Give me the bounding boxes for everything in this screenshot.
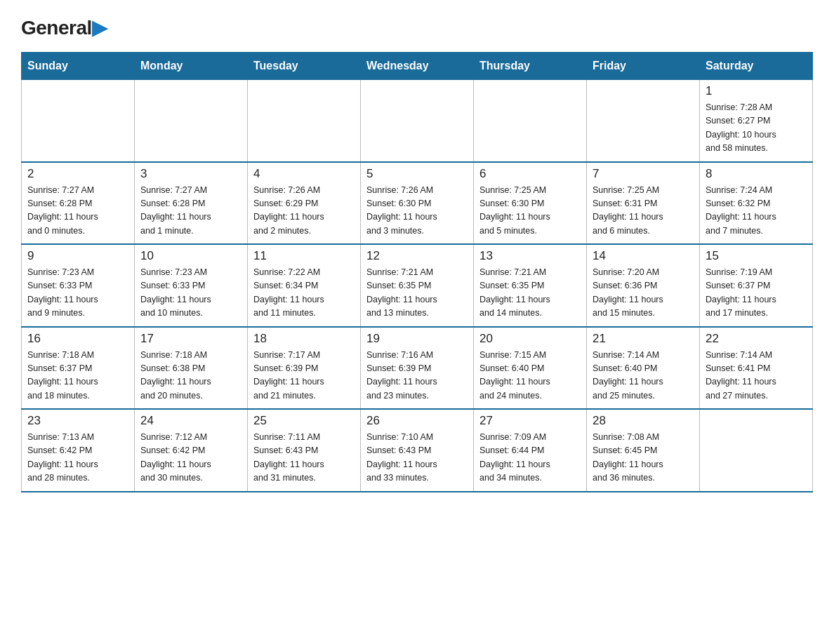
page-header: General▶ — [21, 14, 813, 39]
day-info: Sunrise: 7:28 AMSunset: 6:27 PMDaylight:… — [706, 101, 807, 156]
day-number: 27 — [479, 414, 581, 428]
day-info: Sunrise: 7:22 AMSunset: 6:34 PMDaylight:… — [253, 266, 355, 321]
calendar-cell: 7Sunrise: 7:25 AMSunset: 6:31 PMDaylight… — [587, 162, 700, 245]
day-number: 1 — [706, 84, 807, 98]
day-info: Sunrise: 7:13 AMSunset: 6:42 PMDaylight:… — [27, 431, 128, 485]
day-info: Sunrise: 7:16 AMSunset: 6:39 PMDaylight:… — [366, 349, 468, 403]
day-info: Sunrise: 7:25 AMSunset: 6:30 PMDaylight:… — [479, 184, 581, 239]
calendar-week-row: 23Sunrise: 7:13 AMSunset: 6:42 PMDayligh… — [22, 409, 813, 492]
day-number: 14 — [593, 249, 694, 263]
calendar-cell: 13Sunrise: 7:21 AMSunset: 6:35 PMDayligh… — [474, 244, 587, 327]
day-number: 13 — [479, 249, 581, 263]
day-number: 25 — [253, 414, 355, 428]
calendar-cell: 18Sunrise: 7:17 AMSunset: 6:39 PMDayligh… — [248, 327, 361, 410]
calendar-week-row: 9Sunrise: 7:23 AMSunset: 6:33 PMDaylight… — [22, 244, 813, 327]
day-info: Sunrise: 7:18 AMSunset: 6:37 PMDaylight:… — [27, 349, 128, 403]
calendar-cell: 2Sunrise: 7:27 AMSunset: 6:28 PMDaylight… — [22, 162, 135, 245]
calendar-cell: 21Sunrise: 7:14 AMSunset: 6:40 PMDayligh… — [587, 327, 700, 410]
day-info: Sunrise: 7:21 AMSunset: 6:35 PMDaylight:… — [479, 266, 581, 321]
day-number: 11 — [253, 249, 355, 263]
calendar-cell: 15Sunrise: 7:19 AMSunset: 6:37 PMDayligh… — [700, 244, 813, 327]
calendar-cell — [587, 80, 700, 162]
day-number: 10 — [140, 249, 241, 263]
calendar-week-row: 2Sunrise: 7:27 AMSunset: 6:28 PMDaylight… — [22, 162, 813, 245]
calendar-cell — [361, 80, 474, 162]
calendar-header: Sunday Monday Tuesday Wednesday Thursday… — [22, 53, 813, 80]
day-number: 5 — [366, 167, 468, 181]
day-number: 3 — [140, 167, 241, 181]
calendar-header-row: Sunday Monday Tuesday Wednesday Thursday… — [22, 53, 813, 80]
day-number: 7 — [593, 167, 694, 181]
day-info: Sunrise: 7:26 AMSunset: 6:29 PMDaylight:… — [253, 184, 355, 239]
calendar-cell: 8Sunrise: 7:24 AMSunset: 6:32 PMDaylight… — [700, 162, 813, 245]
day-info: Sunrise: 7:09 AMSunset: 6:44 PMDaylight:… — [479, 431, 581, 485]
day-number: 2 — [27, 167, 128, 181]
day-info: Sunrise: 7:20 AMSunset: 6:36 PMDaylight:… — [593, 266, 694, 321]
day-info: Sunrise: 7:27 AMSunset: 6:28 PMDaylight:… — [27, 184, 128, 239]
calendar-cell: 28Sunrise: 7:08 AMSunset: 6:45 PMDayligh… — [587, 409, 700, 492]
day-info: Sunrise: 7:21 AMSunset: 6:35 PMDaylight:… — [366, 266, 468, 321]
calendar-cell — [474, 80, 587, 162]
day-info: Sunrise: 7:24 AMSunset: 6:32 PMDaylight:… — [706, 184, 807, 239]
calendar-cell: 9Sunrise: 7:23 AMSunset: 6:33 PMDaylight… — [22, 244, 135, 327]
day-info: Sunrise: 7:08 AMSunset: 6:45 PMDaylight:… — [593, 431, 694, 485]
col-sunday: Sunday — [22, 53, 135, 80]
calendar-cell: 23Sunrise: 7:13 AMSunset: 6:42 PMDayligh… — [22, 409, 135, 492]
day-number: 28 — [593, 414, 694, 428]
day-info: Sunrise: 7:14 AMSunset: 6:40 PMDaylight:… — [593, 349, 694, 403]
calendar-cell — [135, 80, 248, 162]
calendar-cell — [22, 80, 135, 162]
calendar-cell: 11Sunrise: 7:22 AMSunset: 6:34 PMDayligh… — [248, 244, 361, 327]
calendar-cell: 24Sunrise: 7:12 AMSunset: 6:42 PMDayligh… — [135, 409, 248, 492]
calendar-cell: 20Sunrise: 7:15 AMSunset: 6:40 PMDayligh… — [474, 327, 587, 410]
calendar-table: Sunday Monday Tuesday Wednesday Thursday… — [21, 52, 813, 492]
calendar-cell: 19Sunrise: 7:16 AMSunset: 6:39 PMDayligh… — [361, 327, 474, 410]
day-number: 18 — [253, 332, 355, 346]
calendar-week-row: 16Sunrise: 7:18 AMSunset: 6:37 PMDayligh… — [22, 327, 813, 410]
calendar-cell — [700, 409, 813, 492]
col-tuesday: Tuesday — [248, 53, 361, 80]
day-info: Sunrise: 7:25 AMSunset: 6:31 PMDaylight:… — [593, 184, 694, 239]
day-number: 15 — [706, 249, 807, 263]
day-info: Sunrise: 7:23 AMSunset: 6:33 PMDaylight:… — [27, 266, 128, 321]
day-number: 22 — [706, 332, 807, 346]
calendar-cell: 6Sunrise: 7:25 AMSunset: 6:30 PMDaylight… — [474, 162, 587, 245]
calendar-week-row: 1Sunrise: 7:28 AMSunset: 6:27 PMDaylight… — [22, 80, 813, 162]
day-info: Sunrise: 7:10 AMSunset: 6:43 PMDaylight:… — [366, 431, 468, 485]
calendar-cell: 26Sunrise: 7:10 AMSunset: 6:43 PMDayligh… — [361, 409, 474, 492]
day-number: 8 — [706, 167, 807, 181]
calendar-cell: 4Sunrise: 7:26 AMSunset: 6:29 PMDaylight… — [248, 162, 361, 245]
day-info: Sunrise: 7:15 AMSunset: 6:40 PMDaylight:… — [479, 349, 581, 403]
calendar-cell: 10Sunrise: 7:23 AMSunset: 6:33 PMDayligh… — [135, 244, 248, 327]
calendar-cell: 16Sunrise: 7:18 AMSunset: 6:37 PMDayligh… — [22, 327, 135, 410]
calendar-cell: 12Sunrise: 7:21 AMSunset: 6:35 PMDayligh… — [361, 244, 474, 327]
day-info: Sunrise: 7:17 AMSunset: 6:39 PMDaylight:… — [253, 349, 355, 403]
calendar-cell: 25Sunrise: 7:11 AMSunset: 6:43 PMDayligh… — [248, 409, 361, 492]
day-info: Sunrise: 7:26 AMSunset: 6:30 PMDaylight:… — [366, 184, 468, 239]
logo-triangle-icon: ▶ — [92, 17, 107, 39]
day-number: 17 — [140, 332, 241, 346]
calendar-cell — [248, 80, 361, 162]
day-number: 21 — [593, 332, 694, 346]
calendar-cell: 27Sunrise: 7:09 AMSunset: 6:44 PMDayligh… — [474, 409, 587, 492]
day-info: Sunrise: 7:27 AMSunset: 6:28 PMDaylight:… — [140, 184, 241, 239]
col-wednesday: Wednesday — [361, 53, 474, 80]
day-number: 4 — [253, 167, 355, 181]
day-number: 9 — [27, 249, 128, 263]
calendar-cell: 5Sunrise: 7:26 AMSunset: 6:30 PMDaylight… — [361, 162, 474, 245]
calendar-body: 1Sunrise: 7:28 AMSunset: 6:27 PMDaylight… — [22, 80, 813, 492]
day-number: 6 — [479, 167, 581, 181]
calendar-cell: 22Sunrise: 7:14 AMSunset: 6:41 PMDayligh… — [700, 327, 813, 410]
logo-general-text: General▶ — [21, 18, 107, 38]
day-info: Sunrise: 7:14 AMSunset: 6:41 PMDaylight:… — [706, 349, 807, 403]
day-info: Sunrise: 7:19 AMSunset: 6:37 PMDaylight:… — [706, 266, 807, 321]
day-number: 24 — [140, 414, 241, 428]
calendar-cell: 14Sunrise: 7:20 AMSunset: 6:36 PMDayligh… — [587, 244, 700, 327]
calendar-cell: 17Sunrise: 7:18 AMSunset: 6:38 PMDayligh… — [135, 327, 248, 410]
calendar-cell: 3Sunrise: 7:27 AMSunset: 6:28 PMDaylight… — [135, 162, 248, 245]
day-number: 23 — [27, 414, 128, 428]
day-number: 12 — [366, 249, 468, 263]
day-number: 20 — [479, 332, 581, 346]
calendar-cell: 1Sunrise: 7:28 AMSunset: 6:27 PMDaylight… — [700, 80, 813, 162]
day-number: 19 — [366, 332, 468, 346]
